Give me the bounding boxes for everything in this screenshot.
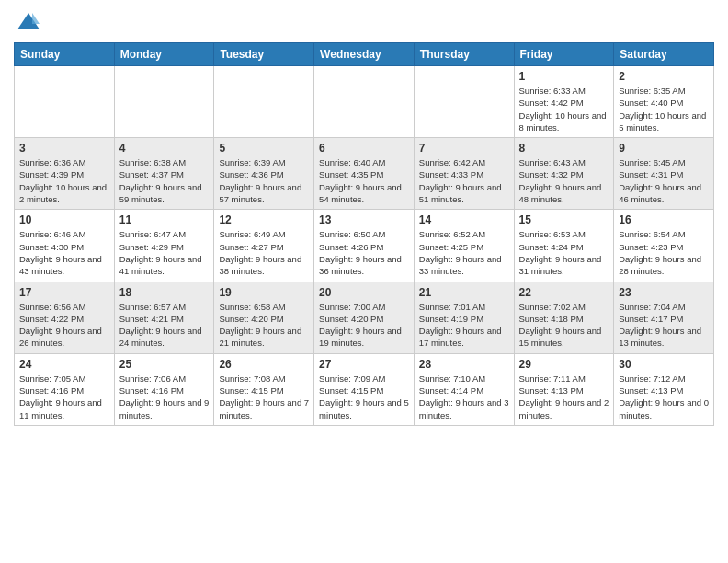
calendar-week-row: 24Sunrise: 7:05 AM Sunset: 4:16 PM Dayli… [15,353,714,425]
table-row: 6Sunrise: 6:40 AM Sunset: 4:35 PM Daylig… [314,138,415,210]
day-number: 7 [419,142,509,155]
day-number: 20 [319,286,409,299]
table-row [15,66,115,138]
table-row: 30Sunrise: 7:12 AM Sunset: 4:13 PM Dayli… [614,353,714,425]
calendar: Sunday Monday Tuesday Wednesday Thursday… [14,42,714,426]
day-info: Sunrise: 6:36 AM Sunset: 4:39 PM Dayligh… [19,156,109,205]
col-wednesday: Wednesday [314,43,415,66]
day-number: 12 [219,213,309,226]
col-sunday: Sunday [15,43,115,66]
day-info: Sunrise: 6:45 AM Sunset: 4:31 PM Dayligh… [619,156,709,205]
table-row [214,66,314,138]
day-info: Sunrise: 6:43 AM Sunset: 4:32 PM Dayligh… [519,156,609,205]
day-info: Sunrise: 7:11 AM Sunset: 4:13 PM Dayligh… [519,373,609,421]
day-number: 21 [419,286,509,299]
table-row: 2Sunrise: 6:35 AM Sunset: 4:40 PM Daylig… [614,66,714,138]
day-info: Sunrise: 6:52 AM Sunset: 4:25 PM Dayligh… [419,228,509,277]
day-info: Sunrise: 6:39 AM Sunset: 4:36 PM Dayligh… [219,156,309,205]
table-row: 10Sunrise: 6:46 AM Sunset: 4:30 PM Dayli… [15,210,115,282]
day-number: 3 [19,142,109,155]
page: Sunday Monday Tuesday Wednesday Thursday… [0,0,728,563]
day-number: 28 [419,358,509,371]
day-info: Sunrise: 6:53 AM Sunset: 4:24 PM Dayligh… [519,228,609,277]
day-number: 15 [519,213,609,226]
col-monday: Monday [114,43,214,66]
day-info: Sunrise: 6:54 AM Sunset: 4:23 PM Dayligh… [619,228,709,277]
table-row: 20Sunrise: 7:00 AM Sunset: 4:20 PM Dayli… [314,282,415,353]
table-row: 23Sunrise: 7:04 AM Sunset: 4:17 PM Dayli… [614,282,714,353]
day-number: 29 [519,358,609,371]
col-tuesday: Tuesday [214,43,314,66]
day-number: 1 [519,70,609,83]
table-row: 25Sunrise: 7:06 AM Sunset: 4:16 PM Dayli… [114,353,214,425]
table-row: 28Sunrise: 7:10 AM Sunset: 4:14 PM Dayli… [414,353,514,425]
day-info: Sunrise: 7:12 AM Sunset: 4:13 PM Dayligh… [619,373,709,421]
table-row [114,66,214,138]
day-number: 14 [419,213,509,226]
calendar-week-row: 1Sunrise: 6:33 AM Sunset: 4:42 PM Daylig… [15,66,714,138]
day-info: Sunrise: 6:42 AM Sunset: 4:33 PM Dayligh… [419,156,509,205]
day-number: 10 [19,213,109,226]
header [14,9,714,35]
calendar-week-row: 10Sunrise: 6:46 AM Sunset: 4:30 PM Dayli… [15,210,714,282]
col-friday: Friday [514,43,614,66]
logo-icon [16,9,41,35]
table-row: 18Sunrise: 6:57 AM Sunset: 4:21 PM Dayli… [114,282,214,353]
table-row: 3Sunrise: 6:36 AM Sunset: 4:39 PM Daylig… [15,138,115,210]
day-number: 30 [619,358,709,371]
svg-marker-1 [32,13,40,24]
day-info: Sunrise: 6:58 AM Sunset: 4:20 PM Dayligh… [219,301,309,350]
table-row: 5Sunrise: 6:39 AM Sunset: 4:36 PM Daylig… [214,138,314,210]
col-saturday: Saturday [614,43,714,66]
day-number: 5 [219,142,309,155]
day-number: 17 [19,286,109,299]
table-row: 16Sunrise: 6:54 AM Sunset: 4:23 PM Dayli… [614,210,714,282]
day-info: Sunrise: 7:09 AM Sunset: 4:15 PM Dayligh… [319,373,409,421]
day-number: 11 [119,213,210,226]
calendar-week-row: 3Sunrise: 6:36 AM Sunset: 4:39 PM Daylig… [15,138,714,210]
day-info: Sunrise: 7:08 AM Sunset: 4:15 PM Dayligh… [219,373,309,421]
day-info: Sunrise: 6:56 AM Sunset: 4:22 PM Dayligh… [19,301,109,350]
day-number: 13 [319,213,409,226]
day-info: Sunrise: 7:05 AM Sunset: 4:16 PM Dayligh… [19,373,109,421]
table-row: 27Sunrise: 7:09 AM Sunset: 4:15 PM Dayli… [314,353,415,425]
day-number: 8 [519,142,609,155]
day-number: 19 [219,286,309,299]
day-number: 27 [319,358,409,371]
day-number: 25 [119,358,210,371]
logo [14,9,41,35]
table-row: 21Sunrise: 7:01 AM Sunset: 4:19 PM Dayli… [414,282,514,353]
day-number: 6 [319,142,409,155]
day-info: Sunrise: 6:57 AM Sunset: 4:21 PM Dayligh… [119,301,210,350]
day-number: 16 [619,213,709,226]
day-info: Sunrise: 7:06 AM Sunset: 4:16 PM Dayligh… [119,373,210,421]
table-row [414,66,514,138]
day-info: Sunrise: 6:33 AM Sunset: 4:42 PM Dayligh… [519,85,609,133]
day-number: 26 [219,358,309,371]
day-info: Sunrise: 6:46 AM Sunset: 4:30 PM Dayligh… [19,228,109,277]
col-thursday: Thursday [414,43,514,66]
day-number: 18 [119,286,210,299]
calendar-week-row: 17Sunrise: 6:56 AM Sunset: 4:22 PM Dayli… [15,282,714,353]
table-row: 8Sunrise: 6:43 AM Sunset: 4:32 PM Daylig… [514,138,614,210]
day-info: Sunrise: 6:47 AM Sunset: 4:29 PM Dayligh… [119,228,210,277]
table-row: 29Sunrise: 7:11 AM Sunset: 4:13 PM Dayli… [514,353,614,425]
day-info: Sunrise: 7:04 AM Sunset: 4:17 PM Dayligh… [619,301,709,350]
table-row: 15Sunrise: 6:53 AM Sunset: 4:24 PM Dayli… [514,210,614,282]
day-info: Sunrise: 7:02 AM Sunset: 4:18 PM Dayligh… [519,301,609,350]
table-row: 11Sunrise: 6:47 AM Sunset: 4:29 PM Dayli… [114,210,214,282]
day-info: Sunrise: 6:40 AM Sunset: 4:35 PM Dayligh… [319,156,409,205]
table-row: 13Sunrise: 6:50 AM Sunset: 4:26 PM Dayli… [314,210,415,282]
day-number: 23 [619,286,709,299]
day-info: Sunrise: 7:10 AM Sunset: 4:14 PM Dayligh… [419,373,509,421]
table-row: 22Sunrise: 7:02 AM Sunset: 4:18 PM Dayli… [514,282,614,353]
day-number: 4 [119,142,210,155]
day-info: Sunrise: 7:00 AM Sunset: 4:20 PM Dayligh… [319,301,409,350]
day-number: 22 [519,286,609,299]
table-row: 19Sunrise: 6:58 AM Sunset: 4:20 PM Dayli… [214,282,314,353]
table-row [314,66,415,138]
day-number: 24 [19,358,109,371]
table-row: 14Sunrise: 6:52 AM Sunset: 4:25 PM Dayli… [414,210,514,282]
day-info: Sunrise: 6:38 AM Sunset: 4:37 PM Dayligh… [119,156,210,205]
table-row: 9Sunrise: 6:45 AM Sunset: 4:31 PM Daylig… [614,138,714,210]
